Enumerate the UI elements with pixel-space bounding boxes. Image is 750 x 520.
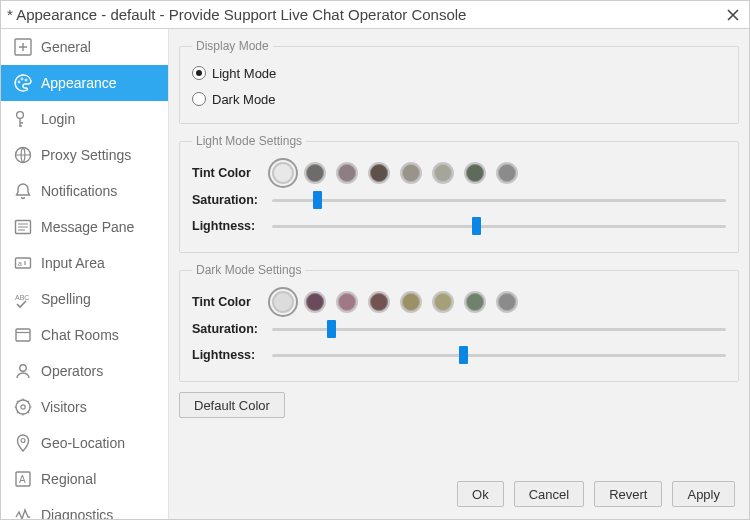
sidebar-item-general[interactable]: General bbox=[1, 29, 168, 65]
light-swatch-7[interactable] bbox=[496, 162, 518, 184]
dark-lightness-label: Lightness: bbox=[192, 348, 262, 362]
dark-tint-swatches bbox=[272, 291, 518, 313]
light-mode-settings-group: Light Mode Settings Tint Color Saturatio… bbox=[179, 134, 739, 253]
svg-text:a: a bbox=[18, 260, 22, 267]
sidebar-item-label: Notifications bbox=[41, 183, 117, 199]
svg-point-11 bbox=[20, 365, 26, 371]
title-bar: * Appearance - default - Provide Support… bbox=[1, 1, 749, 29]
dark-swatch-4[interactable] bbox=[400, 291, 422, 313]
sidebar-item-label: Visitors bbox=[41, 399, 87, 415]
sidebar-item-regional[interactable]: ARegional bbox=[1, 461, 168, 497]
svg-point-2 bbox=[21, 78, 23, 80]
svg-rect-10 bbox=[16, 329, 30, 341]
sidebar-item-label: Login bbox=[41, 111, 75, 127]
dark-swatch-6[interactable] bbox=[464, 291, 486, 313]
close-icon[interactable] bbox=[723, 5, 743, 25]
dark-swatch-7[interactable] bbox=[496, 291, 518, 313]
sidebar-item-label: Geo-Location bbox=[41, 435, 125, 451]
dark-mode-settings-legend: Dark Mode Settings bbox=[192, 263, 305, 277]
cancel-button[interactable]: Cancel bbox=[514, 481, 584, 507]
dark-mode-row[interactable]: Dark Mode bbox=[192, 87, 726, 111]
display-mode-group: Display Mode Light Mode Dark Mode bbox=[179, 39, 739, 124]
sidebar-item-label: Input Area bbox=[41, 255, 105, 271]
light-swatch-0[interactable] bbox=[272, 162, 294, 184]
svg-point-13 bbox=[21, 405, 25, 409]
dark-saturation-slider[interactable] bbox=[272, 319, 726, 339]
light-lightness-label: Lightness: bbox=[192, 219, 262, 233]
sidebar-item-label: Operators bbox=[41, 363, 103, 379]
key-icon bbox=[13, 109, 41, 129]
svg-point-1 bbox=[18, 81, 20, 83]
light-tint-label: Tint Color bbox=[192, 166, 262, 180]
sidebar-item-notifications[interactable]: Notifications bbox=[1, 173, 168, 209]
dark-tint-label: Tint Color bbox=[192, 295, 262, 309]
sidebar-item-login[interactable]: Login bbox=[1, 101, 168, 137]
sidebar-item-label: Proxy Settings bbox=[41, 147, 131, 163]
light-swatch-4[interactable] bbox=[400, 162, 422, 184]
light-mode-radio[interactable] bbox=[192, 66, 206, 80]
globe-icon bbox=[13, 145, 41, 165]
sidebar-item-label: Regional bbox=[41, 471, 96, 487]
dark-swatch-1[interactable] bbox=[304, 291, 326, 313]
dark-swatch-2[interactable] bbox=[336, 291, 358, 313]
footer-buttons: Ok Cancel Revert Apply bbox=[457, 481, 735, 507]
light-swatch-1[interactable] bbox=[304, 162, 326, 184]
character-icon: A bbox=[13, 469, 41, 489]
sidebar-item-label: Chat Rooms bbox=[41, 327, 119, 343]
dark-saturation-label: Saturation: bbox=[192, 322, 262, 336]
sidebar-item-label: Spelling bbox=[41, 291, 91, 307]
sidebar-item-geolocation[interactable]: Geo-Location bbox=[1, 425, 168, 461]
dark-mode-settings-group: Dark Mode Settings Tint Color Saturation… bbox=[179, 263, 739, 382]
svg-point-3 bbox=[25, 79, 27, 81]
sidebar-item-visitors[interactable]: Visitors bbox=[1, 389, 168, 425]
sidebar-item-diagnostics[interactable]: Diagnostics bbox=[1, 497, 168, 519]
sidebar-item-spelling[interactable]: ABCSpelling bbox=[1, 281, 168, 317]
dark-mode-radio[interactable] bbox=[192, 92, 206, 106]
dark-lightness-slider[interactable] bbox=[272, 345, 726, 365]
sidebar-item-chatrooms[interactable]: Chat Rooms bbox=[1, 317, 168, 353]
sidebar-item-inputarea[interactable]: aInput Area bbox=[1, 245, 168, 281]
light-saturation-label: Saturation: bbox=[192, 193, 262, 207]
sidebar-item-label: Message Pane bbox=[41, 219, 134, 235]
light-swatch-5[interactable] bbox=[432, 162, 454, 184]
svg-point-12 bbox=[16, 400, 30, 414]
sidebar[interactable]: GeneralAppearanceLoginProxy SettingsNoti… bbox=[1, 29, 169, 519]
spellcheck-icon: ABC bbox=[13, 289, 41, 309]
message-pane-icon bbox=[13, 217, 41, 237]
light-lightness-slider[interactable] bbox=[272, 216, 726, 236]
plus-square-icon bbox=[13, 37, 41, 57]
dark-swatch-5[interactable] bbox=[432, 291, 454, 313]
window-icon bbox=[13, 325, 41, 345]
sidebar-item-label: General bbox=[41, 39, 91, 55]
light-swatch-3[interactable] bbox=[368, 162, 390, 184]
light-mode-label: Light Mode bbox=[212, 66, 276, 81]
sidebar-item-operators[interactable]: Operators bbox=[1, 353, 168, 389]
gear-person-icon bbox=[13, 397, 41, 417]
dark-swatch-0[interactable] bbox=[272, 291, 294, 313]
svg-text:ABC: ABC bbox=[15, 294, 29, 301]
svg-point-4 bbox=[17, 112, 24, 119]
default-color-button[interactable]: Default Color bbox=[179, 392, 285, 418]
dark-swatch-3[interactable] bbox=[368, 291, 390, 313]
light-mode-settings-legend: Light Mode Settings bbox=[192, 134, 306, 148]
light-tint-swatches bbox=[272, 162, 518, 184]
apply-button[interactable]: Apply bbox=[672, 481, 735, 507]
sidebar-item-messagepane[interactable]: Message Pane bbox=[1, 209, 168, 245]
light-mode-row[interactable]: Light Mode bbox=[192, 61, 726, 85]
ok-button[interactable]: Ok bbox=[457, 481, 504, 507]
dark-mode-label: Dark Mode bbox=[212, 92, 276, 107]
sidebar-item-label: Diagnostics bbox=[41, 507, 113, 519]
sidebar-item-proxy[interactable]: Proxy Settings bbox=[1, 137, 168, 173]
input-area-icon: a bbox=[13, 253, 41, 273]
diagnostics-icon bbox=[13, 505, 41, 519]
palette-icon bbox=[13, 73, 41, 93]
sidebar-item-appearance[interactable]: Appearance bbox=[1, 65, 168, 101]
window-title: * Appearance - default - Provide Support… bbox=[7, 6, 723, 23]
light-saturation-slider[interactable] bbox=[272, 190, 726, 210]
sidebar-item-label: Appearance bbox=[41, 75, 117, 91]
light-swatch-2[interactable] bbox=[336, 162, 358, 184]
display-mode-legend: Display Mode bbox=[192, 39, 273, 53]
svg-text:A: A bbox=[19, 474, 26, 485]
light-swatch-6[interactable] bbox=[464, 162, 486, 184]
revert-button[interactable]: Revert bbox=[594, 481, 662, 507]
